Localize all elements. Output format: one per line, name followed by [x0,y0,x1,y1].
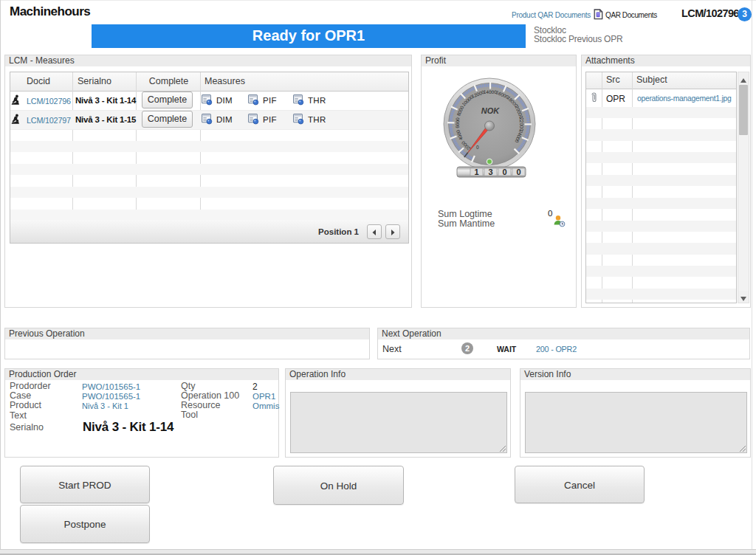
svg-text:0: 0 [516,168,520,176]
svg-text:1: 1 [474,168,478,176]
svg-text:3: 3 [488,168,492,176]
svg-text:NOK: NOK [481,106,501,115]
svg-text:6000: 6000 [455,117,461,128]
svg-text:0: 0 [476,145,479,150]
svg-text:0: 0 [502,168,506,176]
